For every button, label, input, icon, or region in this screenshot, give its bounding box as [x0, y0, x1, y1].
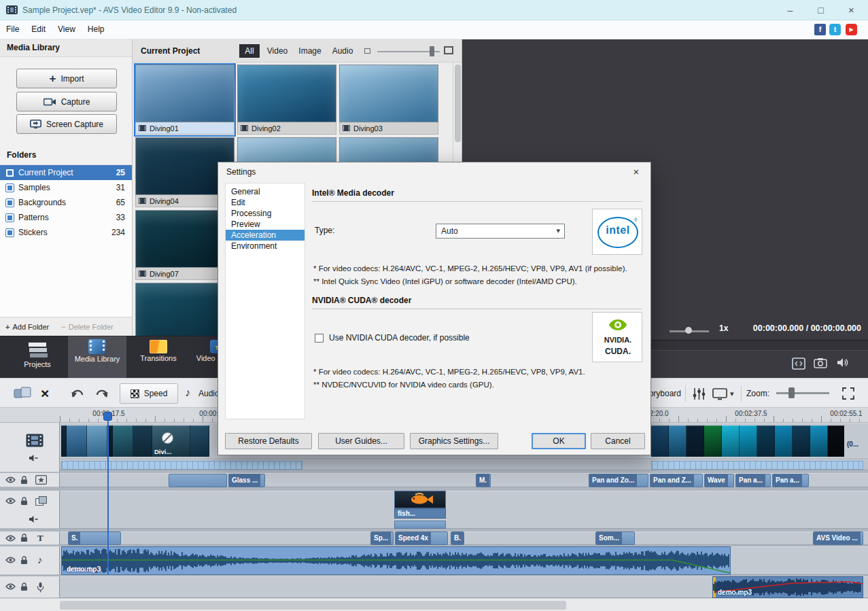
- settings-category[interactable]: Edit: [226, 197, 305, 208]
- snapshot-icon[interactable]: [814, 357, 827, 368]
- timeline-scrollbar[interactable]: [0, 598, 868, 611]
- youtube-icon[interactable]: ▶: [846, 24, 857, 35]
- settings-category[interactable]: General: [226, 186, 305, 197]
- transition-badge-icon[interactable]: [162, 432, 173, 444]
- playhead-handle[interactable]: [103, 412, 112, 421]
- playback-speed-slider-thumb[interactable]: [685, 327, 692, 334]
- text-segment[interactable]: S.: [68, 531, 121, 545]
- folder-item[interactable]: Samples 31: [0, 180, 132, 195]
- lock-icon[interactable]: [20, 582, 28, 591]
- ok-button[interactable]: OK: [532, 433, 586, 449]
- video-clip-thumb[interactable]: [651, 425, 669, 457]
- clip-item[interactable]: Diving02: [237, 65, 336, 135]
- thumbnail-size-slider-thumb[interactable]: [430, 46, 434, 56]
- visibility-eye-icon[interactable]: [5, 535, 16, 542]
- menu-item[interactable]: View: [52, 20, 82, 39]
- visibility-eye-icon[interactable]: [5, 583, 16, 590]
- effect-segment[interactable]: [169, 474, 227, 487]
- display-mode-icon[interactable]: [712, 388, 728, 400]
- graphics-settings-button[interactable]: Graphics Settings...: [410, 433, 498, 449]
- settings-category[interactable]: Processing: [226, 208, 305, 219]
- visibility-eye-icon[interactable]: [5, 497, 16, 504]
- transition-strip[interactable]: [61, 461, 302, 470]
- fullscreen-timeline-icon[interactable]: [841, 387, 855, 400]
- settings-category[interactable]: Preview: [226, 219, 305, 230]
- delete-icon[interactable]: ×: [41, 379, 49, 408]
- capture-button[interactable]: Capture: [16, 92, 117, 111]
- effect-segment[interactable]: M.: [476, 474, 491, 487]
- visibility-eye-icon[interactable]: [5, 557, 16, 563]
- cancel-button[interactable]: Cancel: [591, 433, 645, 449]
- settings-category[interactable]: Environment: [226, 241, 305, 251]
- video-clip-thumb[interactable]: [740, 425, 757, 457]
- audio-tool-label[interactable]: Audio: [198, 389, 220, 398]
- decoder-type-dropdown[interactable]: Auto ▾: [436, 224, 565, 239]
- filter-tab[interactable]: Audio: [327, 44, 358, 58]
- lock-icon[interactable]: [20, 556, 28, 565]
- overlay-clip-label[interactable]: fish...: [394, 508, 446, 519]
- volume-icon[interactable]: [837, 357, 849, 368]
- video-clip-thumb[interactable]: [61, 425, 67, 457]
- facebook-icon[interactable]: f: [814, 24, 826, 35]
- video-clip-thumb[interactable]: [87, 425, 107, 457]
- folder-item[interactable]: Stickers 234: [0, 225, 132, 240]
- nvidia-cuda-checkbox[interactable]: [315, 334, 324, 343]
- effect-segment[interactable]: Glass ...: [228, 474, 265, 487]
- timeline-scrollbar-thumb[interactable]: [60, 601, 566, 610]
- video-clip-thumb[interactable]: [722, 425, 740, 457]
- video-clip-thumb[interactable]: [687, 425, 704, 457]
- volume-envelope-line[interactable]: [62, 547, 730, 574]
- effect-segment[interactable]: Pan and Zo...: [589, 474, 648, 487]
- add-folder-button[interactable]: +Add Folder: [0, 323, 49, 331]
- import-button[interactable]: + Import: [16, 69, 117, 88]
- maximize-button[interactable]: □: [805, 0, 836, 20]
- lock-icon[interactable]: [20, 497, 28, 506]
- video-clip-thumb[interactable]: [669, 425, 687, 457]
- video-clip-thumb[interactable]: [810, 425, 828, 457]
- folder-item[interactable]: Current Project 25: [0, 165, 132, 180]
- overlay-clip-bar[interactable]: [394, 521, 446, 529]
- effect-segment[interactable]: Pan and Z...: [650, 474, 703, 487]
- video-clip-thumb[interactable]: [190, 425, 209, 457]
- video-clip-thumb[interactable]: [757, 425, 775, 457]
- folder-item[interactable]: Backgrounds 65: [0, 195, 132, 210]
- menu-item[interactable]: File: [0, 20, 25, 39]
- text-segment[interactable]: B.: [451, 531, 464, 545]
- effect-segment[interactable]: Wave: [704, 474, 734, 487]
- visibility-eye-icon[interactable]: [5, 476, 16, 483]
- audio-mixer-icon[interactable]: [692, 387, 706, 400]
- display-dropdown-arrow[interactable]: ▾: [730, 389, 734, 398]
- video-clip-thumb[interactable]: [793, 425, 810, 457]
- filter-tab[interactable]: All: [239, 44, 260, 58]
- speed-button[interactable]: Speed: [120, 383, 178, 404]
- minimize-button[interactable]: –: [775, 0, 805, 20]
- clip-item[interactable]: Diving01: [135, 65, 235, 135]
- video-clip-thumb[interactable]: [704, 425, 722, 457]
- main-tab[interactable]: Transitions: [129, 336, 188, 379]
- dialog-close-icon[interactable]: ×: [629, 166, 644, 179]
- voice-clip[interactable]: demo.mp3: [712, 576, 863, 598]
- folder-item[interactable]: Patterns 33: [0, 210, 132, 225]
- filter-tab[interactable]: Video: [262, 44, 293, 58]
- fit-to-screen-icon[interactable]: [792, 357, 805, 370]
- redo-icon[interactable]: [94, 388, 110, 400]
- zoom-slider[interactable]: [776, 392, 829, 394]
- video-clip-thumb[interactable]: [113, 425, 133, 457]
- screen-capture-button[interactable]: Screen Capture: [16, 114, 117, 134]
- text-segment[interactable]: AVS Video ...: [813, 531, 863, 545]
- filter-tab[interactable]: Image: [294, 44, 326, 58]
- effect-segment[interactable]: Pan a...: [772, 474, 809, 487]
- video-clip-thumb[interactable]: [775, 425, 793, 457]
- user-guides-button[interactable]: User Guides...: [318, 433, 404, 449]
- undo-icon[interactable]: [69, 388, 86, 400]
- video-mute-icon[interactable]: [29, 454, 38, 462]
- playhead-line[interactable]: [107, 421, 109, 575]
- main-tab[interactable]: Projects: [8, 336, 67, 379]
- zoom-slider-thumb[interactable]: [788, 387, 795, 398]
- timeline-mode-icon[interactable]: [14, 387, 33, 401]
- delete-folder-button[interactable]: −Delete Folder: [49, 323, 113, 331]
- menu-item[interactable]: Help: [82, 20, 111, 39]
- video-clip-thumb[interactable]: [828, 425, 844, 457]
- menu-item[interactable]: Edit: [25, 20, 52, 39]
- video-clip-thumb[interactable]: [67, 425, 87, 457]
